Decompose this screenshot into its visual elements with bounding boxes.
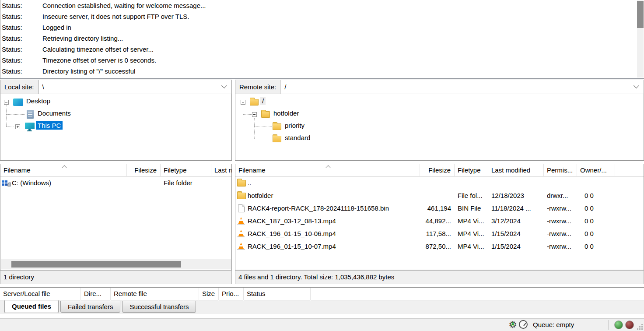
tree-item-label[interactable]: Desktop (24, 97, 52, 105)
column-header-status[interactable]: Status (244, 288, 311, 300)
log-status-label: Status: (0, 56, 42, 64)
file-name[interactable]: hotfolder (248, 192, 273, 199)
expand-expander-icon[interactable] (15, 124, 20, 129)
local-scrollbar-thumb[interactable] (11, 261, 181, 268)
column-header-last-modified[interactable]: Last modified (488, 164, 544, 177)
column-header-size[interactable]: Size (199, 288, 219, 300)
file-permissions: -rwxrw... (544, 240, 577, 253)
file-row-mp4[interactable]: RACK_196_01-15_10-07.mp4 872,50... MP4 V… (235, 240, 644, 253)
local-site-combobox[interactable]: \ (38, 80, 222, 94)
tree-item-desktop[interactable]: Desktop (0, 96, 231, 108)
column-header-priority[interactable]: Prio... (219, 288, 244, 300)
file-row-mp4[interactable]: RACK_196_01-15_10-06.mp4 117,58... MP4 V… (235, 228, 644, 240)
tree-item-root[interactable]: / (235, 96, 644, 108)
file-name[interactable]: RACK_196_01-15_10-06.mp4 (248, 230, 336, 237)
folder-icon (237, 193, 246, 199)
tree-item-priority[interactable]: priority (235, 120, 644, 133)
collapse-expander-icon[interactable] (252, 112, 257, 117)
tab-failed-transfers[interactable]: Failed transfers (60, 301, 120, 313)
this-pc-icon (25, 123, 35, 129)
log-row: Status:Directory listing of "/" successf… (0, 66, 644, 77)
tree-item-label[interactable]: priority (283, 121, 306, 130)
green-status-light-icon (614, 320, 623, 329)
column-header-owner[interactable]: Owner/... (577, 164, 615, 177)
folder-icon (261, 111, 270, 118)
file-permissions: -rwxrw... (544, 228, 577, 240)
vlc-media-icon (237, 236, 245, 237)
chevron-down-icon[interactable] (634, 83, 639, 88)
log-scrollbar-thumb[interactable] (637, 1, 644, 28)
remote-site-label: Remote site: (235, 80, 280, 94)
log-splitter[interactable] (0, 78, 644, 79)
file-name[interactable]: RACK4-report-RACK_178-20241118-151658.bi… (248, 204, 389, 212)
file-name[interactable]: .. (248, 179, 251, 187)
column-header-remote-file[interactable]: Remote file (111, 288, 199, 300)
log-message: Timezone offset of server is 0 seconds. (42, 56, 156, 64)
log-row: Status:Insecure server, it does not supp… (0, 11, 644, 22)
file-row-hotfolder[interactable]: hotfolder File fol... 12/18/2023 drwxr..… (235, 190, 644, 202)
log-status-label: Status: (0, 67, 42, 75)
file-name[interactable]: C: (Windows) (12, 179, 51, 187)
file-type: MP4 Vi... (455, 240, 488, 253)
speed-limits-gauge-icon[interactable] (519, 320, 528, 329)
log-row: Status:Calculating timezone offset of se… (0, 44, 644, 55)
file-row-bin[interactable]: RACK4-report-RACK_178-20241118-151658.bi… (235, 202, 644, 215)
chevron-down-icon[interactable] (221, 83, 227, 88)
folder-icon (237, 180, 246, 187)
tab-successful-transfers[interactable]: Successful transfers (122, 301, 196, 313)
file-row-parent[interactable]: .. (235, 177, 644, 190)
collapse-expander-icon[interactable] (241, 100, 245, 105)
file-owner: 0 0 (577, 228, 615, 240)
remote-list-header: Filename Filesize Filetype Last modified… (235, 164, 644, 177)
tree-item-label[interactable]: standard (283, 134, 312, 142)
tree-item-hotfolder[interactable]: hotfolder (235, 108, 644, 120)
file-name[interactable]: RACK_187_03-12_08-13.mp4 (248, 217, 336, 225)
file-type: File folder (161, 177, 211, 190)
file-permissions: drwxr... (544, 190, 577, 202)
local-horizontal-scrollbar[interactable] (1, 259, 231, 269)
column-header-server-local-file[interactable]: Server/Local file (0, 288, 81, 300)
vlc-media-icon (237, 224, 245, 225)
log-message: Logged in (42, 24, 71, 31)
remote-directory-status: 4 files and 1 directory. Total size: 1,0… (235, 270, 644, 284)
log-row: Status:Connection established, waiting f… (0, 0, 644, 11)
tree-item-label[interactable]: Documents (36, 109, 73, 117)
vlc-media-icon (238, 243, 245, 249)
queue-status-text: Queue: empty (533, 321, 574, 328)
red-status-light-icon (625, 320, 634, 329)
tree-item-label[interactable]: This PC (36, 121, 63, 130)
collapse-expander-icon[interactable] (4, 100, 9, 105)
file-name[interactable]: RACK_196_01-15_10-07.mp4 (248, 243, 336, 250)
tree-item-standard[interactable]: standard (235, 133, 644, 145)
file-row-c-drive[interactable]: C: (Windows) File folder (0, 177, 231, 190)
tree-item-this-pc[interactable]: This PC (0, 120, 231, 133)
column-header-filetype[interactable]: Filetype (161, 164, 211, 177)
resize-grip[interactable] (641, 328, 643, 330)
file-size: 872,50... (420, 240, 455, 253)
log-status-label: Status: (0, 35, 42, 42)
file-row-mp4[interactable]: RACK_187_03-12_08-13.mp4 44,892... MP4 V… (235, 215, 644, 228)
column-header-filesize[interactable]: Filesize (127, 164, 161, 177)
folder-icon (273, 136, 281, 142)
tree-item-documents[interactable]: Documents (0, 108, 231, 120)
column-header-permissions[interactable]: Permis... (544, 164, 577, 177)
file-modified: 1/15/2024 (488, 228, 544, 240)
log-status-label: Status: (0, 13, 42, 20)
local-directory-tree: Desktop Documents This PC (0, 94, 232, 161)
log-scrollbar[interactable] (637, 0, 644, 77)
column-header-direction[interactable]: Dire... (81, 288, 111, 300)
column-header-filetype[interactable]: Filetype (455, 164, 488, 177)
autoupdate-gear-icon[interactable]: ⚙A (508, 320, 518, 330)
tab-queued-files[interactable]: Queued files (4, 300, 59, 313)
file-icon (238, 204, 245, 212)
remote-site-bar: Remote site: / (235, 80, 644, 94)
windows-drive-icon (2, 180, 11, 187)
remote-directory-tree: / hotfolder priority standard (235, 94, 644, 161)
tree-item-label[interactable]: / (260, 97, 266, 105)
remote-site-combobox[interactable]: / (280, 80, 634, 94)
tree-item-label[interactable]: hotfolder (272, 109, 301, 117)
column-header-filesize[interactable]: Filesize (420, 164, 455, 177)
column-header-last-modified[interactable]: Last modified (211, 164, 232, 177)
file-owner: 0 0 (577, 190, 615, 202)
documents-icon (27, 110, 34, 119)
